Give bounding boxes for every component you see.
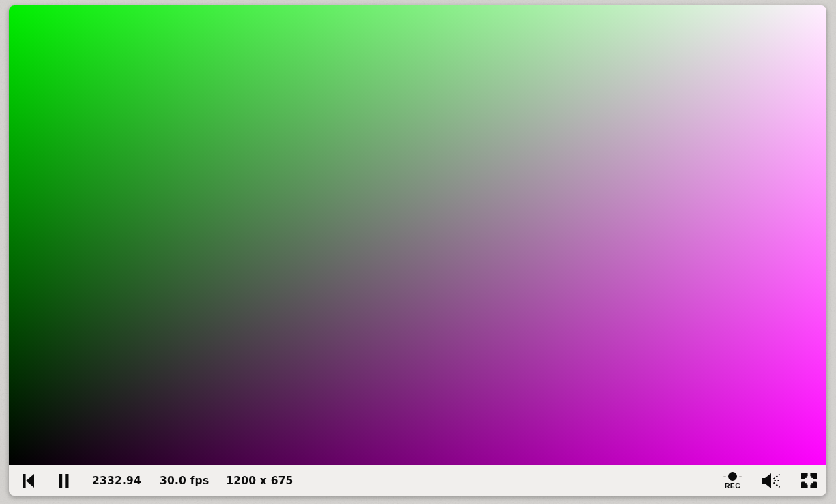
skip-to-start-button[interactable]: [23, 473, 35, 488]
control-bar-right-group: REC: [723, 472, 817, 490]
speaker-icon: [762, 472, 781, 490]
skip-to-start-icon: [23, 473, 35, 488]
resolution-readout: 1200 x 675: [226, 475, 293, 487]
playback-time: 2332.94: [92, 475, 141, 487]
fullscreen-button[interactable]: [801, 473, 817, 488]
pause-button[interactable]: [58, 473, 70, 488]
pause-icon: [58, 473, 70, 488]
video-canvas[interactable]: [9, 5, 826, 465]
fullscreen-icon: [801, 473, 817, 488]
volume-button[interactable]: [762, 472, 781, 490]
record-button[interactable]: REC: [723, 472, 742, 490]
record-label: REC: [725, 482, 740, 490]
video-gradient-overlay: [9, 5, 826, 465]
record-icon: [723, 472, 742, 481]
playback-control-bar: 2332.94 30.0 fps 1200 x 675 REC: [9, 465, 826, 496]
framerate-readout: 30.0 fps: [160, 475, 209, 487]
video-player-window: 2332.94 30.0 fps 1200 x 675 REC: [9, 5, 826, 496]
